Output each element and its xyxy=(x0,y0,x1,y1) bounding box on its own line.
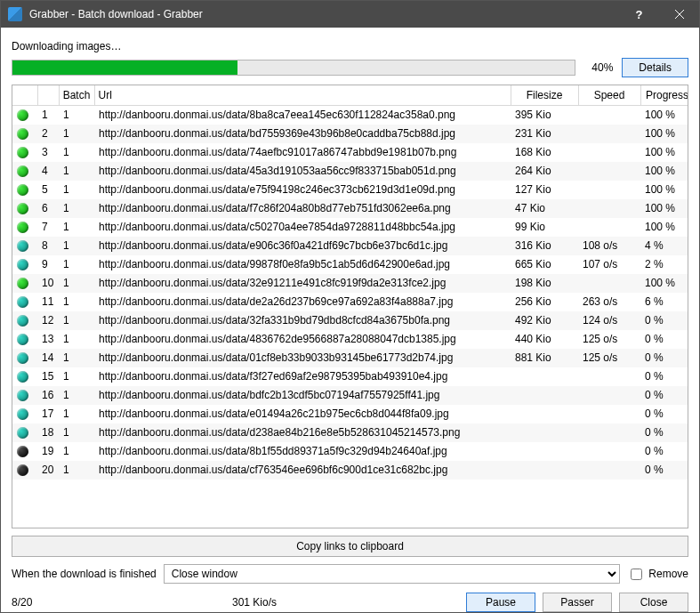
row-url: http://danbooru.donmai.us/data/c50270a4e… xyxy=(94,218,511,237)
row-number: 14 xyxy=(37,349,59,367)
row-url: http://danbooru.donmai.us/data/f3f27ed69… xyxy=(94,367,511,386)
row-number: 10 xyxy=(37,274,59,293)
status-dot-icon xyxy=(17,334,28,345)
table-row[interactable]: 31http://danbooru.donmai.us/data/74aefbc… xyxy=(12,143,688,162)
row-speed xyxy=(578,405,640,423)
help-button[interactable]: ? xyxy=(619,1,659,28)
finish-label: When the download is finished xyxy=(12,568,157,580)
row-filesize: 231 Kio xyxy=(511,125,578,143)
row-filesize xyxy=(511,461,578,480)
row-filesize: 492 Kio xyxy=(511,311,578,330)
row-progression: 100 % xyxy=(640,106,688,125)
table-row[interactable]: 191http://danbooru.donmai.us/data/8b1f55… xyxy=(12,442,688,461)
table-row[interactable]: 201http://danbooru.donmai.us/data/cf7635… xyxy=(12,461,688,480)
row-number: 3 xyxy=(37,143,59,162)
close-window-button[interactable] xyxy=(659,1,699,28)
row-batch: 1 xyxy=(59,255,94,274)
row-url: http://danbooru.donmai.us/data/bd7559369… xyxy=(94,125,511,143)
row-speed xyxy=(578,461,640,480)
row-progression: 2 % xyxy=(640,255,688,274)
row-filesize: 168 Kio xyxy=(511,143,578,162)
passer-button[interactable]: Passer xyxy=(543,593,612,612)
status-dot-icon xyxy=(17,427,28,439)
status-dot-icon xyxy=(17,371,28,383)
row-batch: 1 xyxy=(59,106,94,125)
status-dot-icon xyxy=(17,222,28,233)
table-row[interactable]: 91http://danbooru.donmai.us/data/99878f0… xyxy=(12,255,688,274)
downloads-table[interactable]: Batch Url Filesize Speed Progression 11h… xyxy=(12,85,688,528)
row-number: 16 xyxy=(37,386,59,405)
titlebar: Grabber - Batch download - Grabber ? xyxy=(1,1,699,28)
row-progression: 100 % xyxy=(640,218,688,237)
table-row[interactable]: 41http://danbooru.donmai.us/data/45a3d19… xyxy=(12,162,688,181)
download-counter: 8/20 xyxy=(12,596,225,609)
row-filesize: 881 Kio xyxy=(511,349,578,367)
table-row[interactable]: 161http://danbooru.donmai.us/data/bdfc2b… xyxy=(12,386,688,405)
row-number: 1 xyxy=(37,106,59,125)
row-batch: 1 xyxy=(59,237,94,255)
table-row[interactable]: 11http://danbooru.donmai.us/data/8ba8ca7… xyxy=(12,106,688,125)
status-dot-icon xyxy=(17,109,28,121)
copy-links-button[interactable]: Copy links to clipboard xyxy=(12,536,688,557)
row-url: http://danbooru.donmai.us/data/4836762de… xyxy=(94,330,511,349)
row-progression: 100 % xyxy=(640,181,688,199)
row-url: http://danbooru.donmai.us/data/01cf8eb33… xyxy=(94,349,511,367)
close-button[interactable]: Close xyxy=(619,593,688,612)
status-dot-icon xyxy=(17,259,28,270)
row-speed xyxy=(578,181,640,199)
row-number: 12 xyxy=(37,311,59,330)
col-header-url[interactable]: Url xyxy=(94,85,511,106)
row-number: 7 xyxy=(37,218,59,237)
details-button[interactable]: Details xyxy=(622,58,688,77)
row-batch: 1 xyxy=(59,143,94,162)
row-batch: 1 xyxy=(59,162,94,181)
row-progression: 4 % xyxy=(640,237,688,255)
remove-checkbox[interactable] xyxy=(631,569,642,580)
remove-checkbox-label[interactable]: Remove xyxy=(627,566,688,583)
col-header-num[interactable] xyxy=(37,85,59,106)
table-row[interactable]: 131http://danbooru.donmai.us/data/483676… xyxy=(12,330,688,349)
row-speed: 125 o/s xyxy=(578,349,640,367)
row-progression: 0 % xyxy=(640,367,688,386)
row-progression: 100 % xyxy=(640,274,688,293)
pause-button[interactable]: Pause xyxy=(466,593,535,612)
row-url: http://danbooru.donmai.us/data/f7c86f204… xyxy=(94,199,511,218)
status-dot-icon xyxy=(17,203,28,214)
table-row[interactable]: 71http://danbooru.donmai.us/data/c50270a… xyxy=(12,218,688,237)
row-filesize xyxy=(511,367,578,386)
table-row[interactable]: 151http://danbooru.donmai.us/data/f3f27e… xyxy=(12,367,688,386)
row-batch: 1 xyxy=(59,423,94,442)
col-header-speed[interactable]: Speed xyxy=(578,85,640,106)
table-row[interactable]: 81http://danbooru.donmai.us/data/e906c36… xyxy=(12,237,688,255)
row-number: 2 xyxy=(37,125,59,143)
table-row[interactable]: 111http://danbooru.donmai.us/data/de2a26… xyxy=(12,293,688,311)
row-batch: 1 xyxy=(59,405,94,423)
row-speed: 108 o/s xyxy=(578,237,640,255)
table-row[interactable]: 21http://danbooru.donmai.us/data/bd75593… xyxy=(12,125,688,143)
table-row[interactable]: 171http://danbooru.donmai.us/data/e01494… xyxy=(12,405,688,423)
col-header-status[interactable] xyxy=(12,85,37,106)
row-filesize: 395 Kio xyxy=(511,106,578,125)
col-header-progression[interactable]: Progression xyxy=(640,85,688,106)
row-batch: 1 xyxy=(59,293,94,311)
row-number: 6 xyxy=(37,199,59,218)
col-header-filesize[interactable]: Filesize xyxy=(511,85,578,106)
table-row[interactable]: 51http://danbooru.donmai.us/data/e75f941… xyxy=(12,181,688,199)
row-url: http://danbooru.donmai.us/data/de2a26d23… xyxy=(94,293,511,311)
window-title: Grabber - Batch download - Grabber xyxy=(29,8,619,20)
col-header-batch[interactable]: Batch xyxy=(59,85,94,106)
table-row[interactable]: 141http://danbooru.donmai.us/data/01cf8e… xyxy=(12,349,688,367)
row-batch: 1 xyxy=(59,330,94,349)
row-filesize: 99 Kio xyxy=(511,218,578,237)
row-progression: 0 % xyxy=(640,423,688,442)
row-batch: 1 xyxy=(59,199,94,218)
row-progression: 100 % xyxy=(640,199,688,218)
table-row[interactable]: 121http://danbooru.donmai.us/data/32fa33… xyxy=(12,311,688,330)
table-row[interactable]: 101http://danbooru.donmai.us/data/32e912… xyxy=(12,274,688,293)
finish-action-select[interactable]: Close window xyxy=(164,564,621,584)
table-row[interactable]: 61http://danbooru.donmai.us/data/f7c86f2… xyxy=(12,199,688,218)
status-dot-icon xyxy=(17,408,28,420)
table-row[interactable]: 181http://danbooru.donmai.us/data/d238ae… xyxy=(12,423,688,442)
row-batch: 1 xyxy=(59,274,94,293)
row-number: 17 xyxy=(37,405,59,423)
